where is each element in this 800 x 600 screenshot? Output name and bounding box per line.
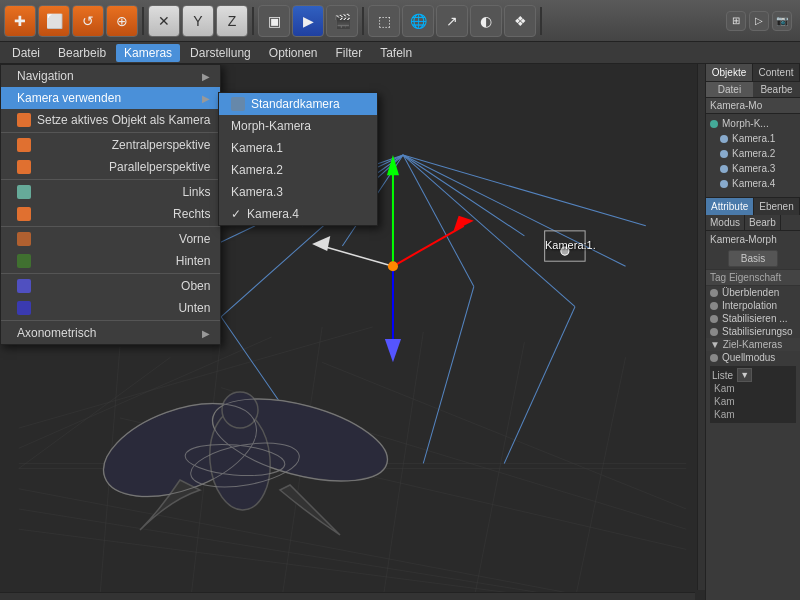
menu-parallelperspektive[interactable]: Parallelperspektive: [1, 156, 220, 178]
kamera-verwenden-submenu[interactable]: Standardkamera Morph-Kamera Kamera.1 Kam…: [218, 92, 378, 226]
toolbar-icon-camera[interactable]: 📷: [772, 11, 792, 31]
list-item-2[interactable]: Kam: [712, 395, 794, 408]
kamera-scene-label: Kamera:1.: [545, 239, 596, 251]
obj-kamera1[interactable]: Kamera.1: [708, 131, 798, 146]
object-list: Morph-K... Kamera.1 Kamera.2 Kamera.3 Ka…: [706, 114, 800, 193]
menu-kamera-verwenden[interactable]: Kamera verwenden ▶: [1, 87, 220, 109]
toolbar-divider-1: [142, 7, 144, 35]
list-dropdown-icon[interactable]: ▼: [737, 368, 752, 382]
vertical-scrollbar[interactable]: [697, 64, 705, 590]
menu-hinten[interactable]: Hinten: [1, 250, 220, 272]
menu-darstellung[interactable]: Darstellung: [182, 44, 259, 62]
viewport[interactable]: persp Kamera:1.: [0, 64, 705, 600]
liste-label: Liste: [712, 370, 733, 381]
toolbar-icon-z[interactable]: Z: [216, 5, 248, 37]
submenu-kamera3[interactable]: Kamera.3: [219, 181, 377, 203]
top-toolbar: ✚ ⬜ ↺ ⊕ ✕ Y Z ▣ ▶ 🎬 ⬚ 🌐 ↗ ◐ ❖ ⊞ ▷ 📷: [0, 0, 800, 42]
list-item-1[interactable]: Kam: [712, 382, 794, 395]
toolbar-icon-arrow[interactable]: ↗: [436, 5, 468, 37]
camera-dropdown-menu[interactable]: Navigation ▶ Kamera verwenden ▶ Setze ak…: [0, 64, 221, 345]
menu-rechts[interactable]: Rechts: [1, 203, 220, 225]
menu-navigation[interactable]: Navigation ▶: [1, 65, 220, 87]
ziel-label: ▼ Ziel-Kameras: [710, 339, 782, 350]
kamera4-check-icon: ✓: [231, 207, 241, 221]
prop-stabilisieren: Stabilisieren ...: [706, 312, 800, 325]
attr-tab-ebenen[interactable]: Ebenen: [754, 198, 799, 215]
object-title-text: Kamera-Mo: [710, 100, 762, 111]
toolbar-icon-render[interactable]: ▷: [749, 11, 769, 31]
submenu-kamera2[interactable]: Kamera.2: [219, 159, 377, 181]
menu-zentralperspektive[interactable]: Zentralperspektive: [1, 134, 220, 156]
hinten-label: Hinten: [176, 254, 211, 268]
svg-line-36: [322, 246, 393, 266]
obj-kamera4-label: Kamera.4: [732, 178, 775, 189]
toolbar-icon-y[interactable]: Y: [182, 5, 214, 37]
list-item-3[interactable]: Kam: [712, 408, 794, 421]
main-area: persp Kamera:1.: [0, 64, 800, 600]
stabilisierungso-label: Stabilisierungso: [722, 326, 793, 337]
toolbar-icon-scale[interactable]: ⊕: [106, 5, 138, 37]
zentralperspektive-label: Zentralperspektive: [112, 138, 211, 152]
prop-quellmodus: Quellmodus: [706, 351, 800, 364]
toolbar-icon-half[interactable]: ◐: [470, 5, 502, 37]
stabilisierungso-dot: [710, 328, 718, 336]
attr-tab-attribute[interactable]: Attribute: [706, 198, 754, 215]
obj-morph-dot: [710, 120, 718, 128]
toolbar-icon-box[interactable]: ▣: [258, 5, 290, 37]
toolbar-divider-3: [362, 7, 364, 35]
subtab-bearbeib[interactable]: Bearbe: [753, 82, 800, 97]
submenu-kamera1[interactable]: Kamera.1: [219, 137, 377, 159]
menu-oben[interactable]: Oben: [1, 275, 220, 297]
obj-morph-kamera[interactable]: Morph-K...: [708, 116, 798, 131]
toolbar-icon-globe[interactable]: 🌐: [402, 5, 434, 37]
submenu-kamera4[interactable]: ✓ Kamera.4: [219, 203, 377, 225]
toolbar-icon-geo[interactable]: ⬚: [368, 5, 400, 37]
kamera-verwenden-label: Kamera verwenden: [17, 91, 121, 105]
menu-filter[interactable]: Filter: [328, 44, 371, 62]
list-area: Liste ▼ Kam Kam Kam: [710, 366, 796, 423]
unten-icon: [17, 301, 31, 315]
menu-datei[interactable]: Datei: [4, 44, 48, 62]
horizontal-scrollbar[interactable]: [0, 592, 695, 600]
toolbar-icon-misc[interactable]: ❖: [504, 5, 536, 37]
kamera-verwenden-arrow-icon: ▶: [202, 93, 210, 104]
menu-optionen[interactable]: Optionen: [261, 44, 326, 62]
basis-button[interactable]: Basis: [728, 250, 778, 267]
toolbar-icon-new[interactable]: ✚: [4, 5, 36, 37]
menu-setze-aktives[interactable]: Setze aktives Objekt als Kamera: [1, 109, 220, 131]
links-label: Links: [182, 185, 210, 199]
toolbar-icon-move[interactable]: ⬜: [38, 5, 70, 37]
tab-content[interactable]: Content: [753, 64, 800, 81]
menu-links[interactable]: Links: [1, 181, 220, 203]
toolbar-icon-clapper[interactable]: 🎬: [326, 5, 358, 37]
tab-objekte[interactable]: Objekte: [706, 64, 753, 81]
menu-axonometrisch[interactable]: Axonometrisch ▶: [1, 322, 220, 344]
obj-kamera1-label: Kamera.1: [732, 133, 775, 144]
submenu-standardkamera[interactable]: Standardkamera: [219, 93, 377, 115]
toolbar-icon-rotate[interactable]: ↺: [72, 5, 104, 37]
toolbar-icon-play[interactable]: ▶: [292, 5, 324, 37]
attr-subtab-modus[interactable]: Modus: [706, 215, 745, 230]
obj-kamera2[interactable]: Kamera.2: [708, 146, 798, 161]
menu-vorne[interactable]: Vorne: [1, 228, 220, 250]
attribute-panel: Attribute Ebenen Modus Bearb Kamera-Morp…: [706, 197, 800, 425]
svg-line-32: [393, 226, 464, 266]
svg-marker-37: [312, 236, 330, 251]
menu-kameras[interactable]: Kameras: [116, 44, 180, 62]
obj-kamera3-label: Kamera.3: [732, 163, 775, 174]
obj-kamera3[interactable]: Kamera.3: [708, 161, 798, 176]
menu-unten[interactable]: Unten: [1, 297, 220, 319]
attr-subtab-bearb[interactable]: Bearb: [745, 215, 781, 230]
oben-label: Oben: [181, 279, 210, 293]
menu-bearbeib[interactable]: Bearbeib: [50, 44, 114, 62]
toolbar-icon-x[interactable]: ✕: [148, 5, 180, 37]
toolbar-icon-snap[interactable]: ⊞: [726, 11, 746, 31]
menu-tafeln[interactable]: Tafeln: [372, 44, 420, 62]
menu-bar: Datei Bearbeib Kameras Darstellung Optio…: [0, 42, 800, 64]
rechts-label: Rechts: [173, 207, 210, 221]
hinten-icon: [17, 254, 31, 268]
obj-kamera4[interactable]: Kamera.4: [708, 176, 798, 191]
obj-kamera1-dot: [720, 135, 728, 143]
subtab-datei[interactable]: Datei: [706, 82, 753, 97]
submenu-morph-kamera[interactable]: Morph-Kamera: [219, 115, 377, 137]
